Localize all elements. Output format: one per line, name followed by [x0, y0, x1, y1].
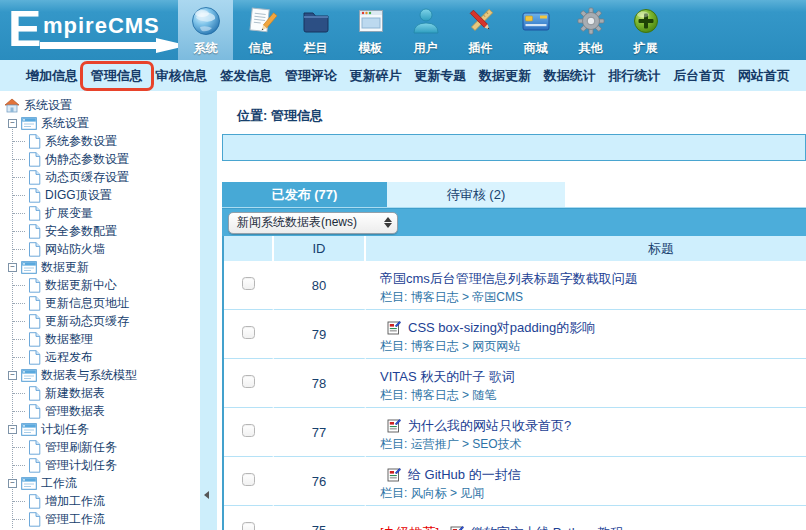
row-checkbox[interactable] [242, 473, 255, 486]
tree-item-20[interactable]: 管理计划任务 [4, 456, 200, 474]
tree-item-label: 扩展变量 [45, 205, 93, 222]
row-title-link[interactable]: 给 GitHub 的一封信 [408, 466, 521, 483]
workspace: 系统设置−系统设置系统参数设置伪静态参数设置动态页缓存设置DIGG顶设置扩展变量… [0, 91, 806, 530]
top-nav-system[interactable]: 系统 [178, 0, 233, 60]
row-title-link[interactable]: CSS box-sizing对padding的影响 [408, 319, 595, 336]
tab-pending[interactable]: 待审核 (2) [387, 182, 565, 207]
datatable-select[interactable]: 新闻系统数据表(news) [228, 212, 398, 234]
menu-item-data-update[interactable]: 数据更新 [479, 67, 531, 85]
tree-item-label: 动态页缓存设置 [45, 169, 129, 186]
tree-collapse-icon[interactable]: − [8, 479, 17, 488]
tree-item-9[interactable]: −数据更新 [4, 258, 200, 276]
menu-item-audit-info[interactable]: 审核信息 [155, 67, 207, 85]
tree-item-19[interactable]: 管理刷新任务 [4, 438, 200, 456]
tree-item-label: 数据更新 [41, 259, 89, 276]
row-title-line: 为什么我的网站只收录首页? [380, 417, 798, 434]
menu-item-site-home[interactable]: 网站首页 [738, 67, 790, 85]
tree-item-label: 系统设置 [41, 115, 89, 132]
menu-item-data-stats[interactable]: 数据统计 [544, 67, 596, 85]
top-nav-info[interactable]: 信息 [233, 0, 288, 60]
column-folder-icon [299, 4, 333, 38]
top-nav-other[interactable]: 其他 [563, 0, 618, 60]
top-nav-template[interactable]: 模板 [343, 0, 398, 60]
tree-item-16[interactable]: 新建数据表 [4, 384, 200, 402]
top-nav-mall[interactable]: 商城 [508, 0, 563, 60]
tree-item-23[interactable]: 管理工作流 [4, 510, 200, 528]
row-checkbox[interactable] [242, 424, 255, 437]
tree-item-6[interactable]: 扩展变量 [4, 204, 200, 222]
menu-item-sign-info[interactable]: 签发信息 [220, 67, 272, 85]
top-nav-label: 信息 [249, 40, 273, 57]
row-title-link[interactable]: VITAS 秋天的叶子 歌词 [380, 368, 515, 385]
tree-item-7[interactable]: 安全参数配置 [4, 222, 200, 240]
row-checkbox[interactable] [242, 326, 255, 339]
row-title-line: CSS box-sizing对padding的影响 [380, 319, 798, 336]
tree-collapse-icon[interactable]: − [8, 425, 17, 434]
tree-item-label: 系统设置 [24, 97, 72, 114]
table-row: 80帝国cms后台管理信息列表标题字数截取问题栏目: 博客日志 > 帝国CMS [224, 261, 806, 310]
tree-item-2[interactable]: 系统参数设置 [4, 132, 200, 150]
tree-item-14[interactable]: 远程发布 [4, 348, 200, 366]
menu-item-manage-comments[interactable]: 管理评论 [285, 67, 337, 85]
tree-item-8[interactable]: 网站防火墙 [4, 240, 200, 258]
menu-item-add-info[interactable]: 增加信息 [26, 67, 78, 85]
row-id: 78 [274, 359, 366, 408]
user-icon [409, 4, 443, 38]
table-row: 78VITAS 秋天的叶子 歌词栏目: 博客日志 > 随笔 [224, 359, 806, 408]
row-category: 栏目: 博客日志 > 网页网站 [380, 339, 798, 354]
top-nav-column[interactable]: 栏目 [288, 0, 343, 60]
tree-item-18[interactable]: −计划任务 [4, 420, 200, 438]
tree-item-label: 新建数据表 [45, 385, 105, 402]
row-title-link[interactable]: 为什么我的网站只收录首页? [408, 417, 571, 434]
menu-item-update-topics[interactable]: 更新专题 [414, 67, 466, 85]
tree-collapse-icon[interactable]: − [8, 263, 17, 272]
row-checkbox[interactable] [242, 522, 255, 530]
menu-item-update-fragments[interactable]: 更新碎片 [350, 67, 402, 85]
row-checkbox[interactable] [242, 375, 255, 388]
top-nav-extend[interactable]: 扩展 [618, 0, 673, 60]
row-title-line: VITAS 秋天的叶子 歌词 [380, 368, 798, 385]
row-title-link[interactable]: 微软官方上线 Python 教程 [471, 524, 623, 530]
row-title-link[interactable]: 帝国cms后台管理信息列表标题字数截取问题 [380, 270, 638, 287]
tree-item-13[interactable]: 数据整理 [4, 330, 200, 348]
recommend-tag: [九级推荐] [380, 524, 439, 530]
tree-collapse-icon[interactable]: − [8, 371, 17, 380]
edited-doc-icon [387, 320, 401, 335]
table-row: 76给 GitHub 的一封信栏目: 风向标 > 见闻 [224, 457, 806, 506]
main-content: 位置: 管理信息 已发布 (77)待审核 (2) 新闻系统数据表(news) [217, 91, 806, 530]
tree-item-3[interactable]: 伪静态参数设置 [4, 150, 200, 168]
tree-item-label: 网站防火墙 [45, 241, 105, 258]
col-header-title: 标题 [366, 236, 806, 261]
row-checkbox[interactable] [242, 277, 255, 290]
tree-item-label: 更新动态页缓存 [45, 313, 129, 330]
breadcrumb-label: 位置: [237, 108, 267, 123]
tree-collapse-icon[interactable]: − [8, 119, 17, 128]
tree-item-15[interactable]: −数据表与系统模型 [4, 366, 200, 384]
tree-item-12[interactable]: 更新动态页缓存 [4, 312, 200, 330]
top-nav-user[interactable]: 用户 [398, 0, 453, 60]
sidebar-splitter[interactable] [200, 91, 217, 530]
tree-item-17[interactable]: 管理数据表 [4, 402, 200, 420]
collapse-left-icon[interactable] [203, 486, 210, 504]
edited-doc-icon [387, 418, 401, 433]
menu-item-admin-home[interactable]: 后台首页 [673, 67, 725, 85]
tree-item-10[interactable]: 数据更新中心 [4, 276, 200, 294]
tree-item-label: 增加工作流 [45, 493, 105, 510]
top-nav-plugin[interactable]: 插件 [453, 0, 508, 60]
row-title-line: 给 GitHub 的一封信 [380, 466, 798, 483]
tab-published[interactable]: 已发布 (77) [222, 182, 387, 207]
menu-item-manage-info[interactable]: 管理信息 [80, 61, 154, 91]
menu-item-ranking-stats[interactable]: 排行统计 [608, 67, 660, 85]
tree-item-5[interactable]: DIGG顶设置 [4, 186, 200, 204]
page-node-icon [28, 206, 41, 221]
tree-item-21[interactable]: −工作流 [4, 474, 200, 492]
info-bar [222, 134, 806, 161]
tree-item-1[interactable]: −系统设置 [4, 114, 200, 132]
tree-item-0[interactable]: 系统设置 [4, 96, 200, 114]
breadcrumb-value: 管理信息 [271, 108, 323, 123]
page-node-icon [28, 494, 41, 509]
tree-item-4[interactable]: 动态页缓存设置 [4, 168, 200, 186]
tree-item-22[interactable]: 增加工作流 [4, 492, 200, 510]
tree-item-11[interactable]: 更新信息页地址 [4, 294, 200, 312]
edited-doc-icon [387, 467, 401, 482]
